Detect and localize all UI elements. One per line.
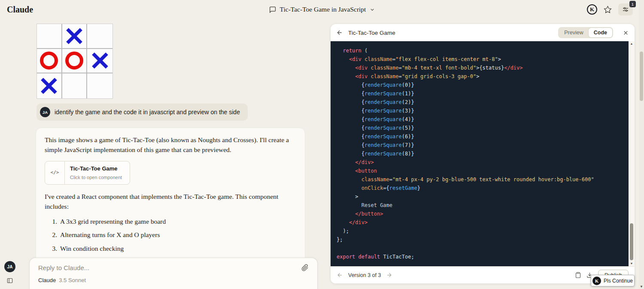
code-line: Reset Game (337, 201, 629, 210)
star-icon[interactable] (604, 6, 612, 14)
board-cell (37, 73, 62, 98)
conversation-title-menu[interactable]: Tic-Tac-Toe Game in JavaScript (269, 0, 375, 19)
code-line: {renderSquare(0)} (337, 81, 629, 89)
scroll-up-arrow[interactable]: ▲ (629, 41, 635, 46)
conversation-title: Tic-Tac-Toe Game in JavaScript (280, 6, 366, 13)
code-line: {renderSquare(1)} (337, 89, 629, 98)
x-mark (39, 76, 59, 96)
code-line: </div> (337, 158, 629, 167)
assistant-paragraph: This image shows a game of Tic-Tac-Toe (… (45, 135, 296, 155)
board-cell (62, 73, 88, 98)
artifact-panel: Tic-Tac-Toe Game Preview Code return ( <… (331, 24, 635, 283)
page-scrollbar-thumb[interactable] (640, 52, 643, 101)
artifact-chip-title: Tic-Tac-Toe Game (70, 164, 122, 173)
settings-sliders-button[interactable]: 1 (618, 3, 633, 15)
model-version: 3.5 Sonnet (59, 277, 86, 283)
paperclip-icon[interactable] (301, 264, 309, 271)
code-line: {renderSquare(5)} (337, 124, 629, 132)
model-name: Claude (38, 277, 56, 283)
chevron-down-icon (369, 7, 375, 12)
user-avatar: JA (40, 107, 50, 117)
code-line: {renderSquare(6)} (337, 132, 629, 141)
code-line: onClick={resetGame} (337, 184, 629, 192)
version-next-button[interactable] (386, 272, 392, 278)
board-cell (87, 49, 112, 74)
artifact-chip-subtitle: Click to open component (70, 174, 122, 181)
o-mark (64, 51, 84, 70)
artifact-header: Tic-Tac-Toe Game Preview Code (331, 24, 635, 41)
preview-code-toggle: Preview Code (558, 27, 613, 38)
code-line: export default TicTacToe; (337, 252, 629, 261)
tab-code[interactable]: Code (589, 28, 612, 37)
board-cell (62, 49, 88, 74)
version-prev-button[interactable] (337, 272, 343, 278)
code-line: > (337, 192, 629, 201)
code-line: {renderSquare(8)} (337, 149, 629, 158)
code-line: <div className="flex flex-col items-cent… (337, 55, 629, 64)
x-mark (64, 26, 84, 46)
artifact-chip[interactable]: </> Tic-Tac-Toe Game Click to open compo… (45, 161, 130, 185)
code-line: </div> (337, 218, 629, 227)
chat-bubble-icon (269, 6, 276, 13)
code-line: {renderSquare(7)} (337, 141, 629, 149)
notification-badge: 1 (629, 1, 636, 7)
code-line: </button> (337, 210, 629, 218)
board-cell (62, 24, 88, 49)
code-line: className="mt-4 px-4 py-2 bg-blue-500 te… (337, 175, 629, 184)
user-message-text: identify the game and the code it in jav… (55, 109, 240, 116)
topbar: Claude Tic-Tac-Toe Game in JavaScript K … (0, 0, 644, 19)
tab-preview[interactable]: Preview (559, 28, 588, 37)
version-label: Version 3 of 3 (348, 272, 381, 278)
extension-popup-text: Pls Continue (604, 278, 633, 284)
reply-input[interactable]: Reply to Claude... (38, 264, 89, 271)
extension-k-icon[interactable]: K (587, 4, 597, 15)
assistant-message: This image shows a game of Tic-Tac-Toe (… (36, 128, 305, 264)
code-chip-icon: </> (45, 161, 65, 184)
x-mark (90, 51, 110, 70)
artifact-chip-body: Tic-Tac-Toe Game Click to open component (65, 161, 130, 184)
code-line: <button (337, 167, 629, 175)
code-line: {renderSquare(2)} (337, 98, 629, 106)
board-cell (87, 24, 112, 49)
tic-tac-toe-image[interactable] (36, 24, 113, 99)
code-scrollbar-thumb[interactable] (630, 223, 633, 260)
claude-app: Claude Tic-Tac-Toe Game in JavaScript K … (0, 0, 644, 289)
code-line: }; (337, 235, 629, 244)
sidebar-toggle-icon[interactable] (6, 277, 13, 284)
list-item: 3.Win condition checking (45, 243, 296, 253)
code-line (337, 244, 629, 252)
extension-k-icon-dark: K (592, 277, 601, 285)
list-item: 1.A 3x3 grid representing the game board (45, 216, 296, 226)
code-line: <div className="mb-4 text-xl font-bold">… (337, 64, 629, 72)
code-scrollbar[interactable]: ▲ ▼ (629, 41, 635, 266)
board-cell (37, 24, 62, 49)
o-mark (39, 51, 59, 70)
back-arrow-icon[interactable] (336, 29, 343, 36)
code-line: <div className="grid grid-cols-3 gap-0"> (337, 72, 629, 81)
claude-logo[interactable]: Claude (7, 5, 33, 15)
account-avatar[interactable]: JA (4, 261, 15, 272)
artifact-footer: Version 3 of 3 Publish (331, 266, 635, 283)
board-cell (87, 73, 112, 98)
scroll-down-arrow[interactable]: ▼ (629, 261, 635, 266)
extension-popup[interactable]: K Pls Continue (591, 275, 635, 286)
code-line: {renderSquare(3)} (337, 106, 629, 115)
assistant-paragraph: I've created a React component that impl… (45, 192, 296, 212)
code-line: ); (337, 227, 629, 235)
list-item: 2.Alternating turns for X and O players (45, 230, 296, 240)
code-line: return ( (337, 46, 629, 55)
code-editor[interactable]: return ( <div className="flex flex-col i… (331, 41, 629, 266)
artifact-title: Tic-Tac-Toe Game (348, 30, 395, 36)
composer: Reply to Claude... Claude 3.5 Sonnet (29, 258, 318, 289)
user-message: JA identify the game and the code it in … (36, 103, 248, 121)
board-cell (37, 49, 62, 74)
close-icon[interactable] (623, 30, 629, 36)
page-scrollbar[interactable]: ▼ (639, 0, 644, 289)
model-selector[interactable]: Claude 3.5 Sonnet (38, 277, 309, 283)
code-line: {renderSquare(4)} (337, 115, 629, 124)
sliders-icon (622, 6, 629, 13)
page-scroll-down-arrow[interactable]: ▼ (639, 285, 644, 289)
copy-icon[interactable] (575, 272, 581, 278)
topbar-actions: K 1 (587, 3, 633, 15)
